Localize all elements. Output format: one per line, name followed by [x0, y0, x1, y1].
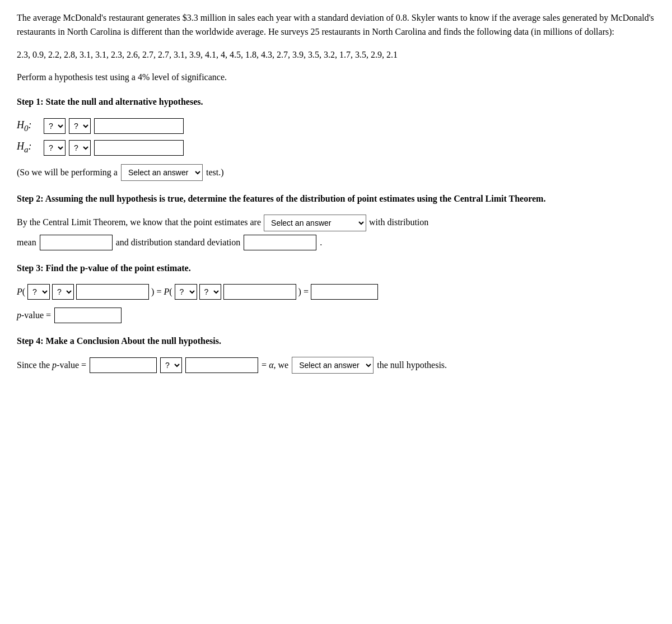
- and-label: and distribution standard deviation: [116, 236, 241, 249]
- so-we-will-suffix: test.): [206, 166, 224, 179]
- pvalue-label: p-value =: [17, 309, 51, 322]
- significance-text: Perform a hypothesis test using a 4% lev…: [17, 71, 655, 84]
- since-label: Since the p-value =: [17, 358, 86, 372]
- step3-heading: Step 3: Find the p-value of the point es…: [17, 262, 655, 275]
- h0-select2[interactable]: ? = ≠ < > ≤ ≥: [69, 118, 91, 134]
- alpha-value-input[interactable]: [185, 357, 258, 373]
- ha-select2[interactable]: ? = ≠ < > ≤ ≥: [69, 140, 91, 156]
- equals-p: =: [156, 285, 161, 299]
- clt-row2: mean and distribution standard deviation…: [17, 235, 655, 250]
- distribution-type-select[interactable]: Select an answer normally distributed no…: [264, 215, 366, 231]
- h0-select1[interactable]: ? μ p σ: [44, 118, 66, 134]
- pvalue-conclusion-input[interactable]: [90, 357, 157, 373]
- pvalue-input[interactable]: [54, 308, 122, 323]
- step2-heading: Step 2: Assuming the null hypothesis is …: [17, 192, 655, 206]
- period: .: [320, 236, 322, 249]
- step1-heading: Step 1: State the null and alternative h…: [17, 95, 655, 109]
- p-close: ): [151, 285, 154, 299]
- clt-row1: By the Central Limit Theorem, we know th…: [17, 215, 655, 231]
- ha-label: Ha:: [17, 139, 40, 156]
- conclusion-select[interactable]: Select an answer reject fail to reject a…: [292, 357, 374, 374]
- p2-open: P(: [164, 285, 172, 299]
- conclusion-suffix: the null hypothesis.: [377, 358, 447, 372]
- h0-value-input[interactable]: [94, 118, 184, 134]
- p2-select2[interactable]: ? = ≠ < > ≤ ≥: [199, 284, 221, 300]
- so-we-will-prefix: (So we will be performing a: [17, 166, 118, 179]
- step4-section: Step 4: Make a Conclusion About the null…: [17, 334, 655, 374]
- p1-select1[interactable]: ? Z X̄ x: [27, 284, 50, 300]
- step3-section: Step 3: Find the p-value of the point es…: [17, 262, 655, 323]
- p2-select1[interactable]: ? Z X̄ x: [175, 284, 197, 300]
- p-open: P(: [17, 285, 25, 299]
- step2-section: Step 2: Assuming the null hypothesis is …: [17, 192, 655, 250]
- step4-heading: Step 4: Make a Conclusion About the null…: [17, 334, 655, 348]
- clt-prefix: By the Central Limit Theorem, we know th…: [17, 215, 261, 231]
- test-type-select[interactable]: Select an answer left-tailed right-taile…: [121, 164, 203, 181]
- equals-result: =: [304, 285, 309, 299]
- p-result-input[interactable]: [311, 284, 378, 300]
- h0-label: H0:: [17, 118, 40, 134]
- p1-select2[interactable]: ? = ≠ < > ≤ ≥: [52, 284, 74, 300]
- distribution-mean-input[interactable]: [40, 235, 113, 250]
- h0-row: H0: ? μ p σ ? = ≠ < > ≤ ≥: [17, 118, 655, 134]
- p2-close: ): [298, 285, 301, 299]
- intro-paragraph: The average McDonald's restaurant genera…: [17, 11, 655, 39]
- so-we-will-row: (So we will be performing a Select an an…: [17, 164, 655, 181]
- ha-select1[interactable]: ? μ p σ: [44, 140, 66, 156]
- ha-row: Ha: ? μ p σ ? = ≠ < > ≤ ≥: [17, 139, 655, 156]
- conclusion-row: Since the p-value = ? < > = = α, we Sele…: [17, 357, 655, 374]
- data-values: 2.3, 0.9, 2.2, 2.8, 3.1, 3.1, 2.3, 2.6, …: [17, 48, 655, 62]
- ha-value-input[interactable]: [94, 140, 184, 156]
- alpha-text: = α, we: [262, 358, 288, 372]
- comparison-select[interactable]: ? < > =: [160, 357, 182, 373]
- p2-value-input[interactable]: [223, 284, 296, 300]
- p1-value-input[interactable]: [76, 284, 149, 300]
- distribution-stddev-input[interactable]: [244, 235, 316, 250]
- mean-label: mean: [17, 236, 36, 249]
- pvalue-equation-row: P( ? Z X̄ x ? = ≠ < > ≤ ≥ ) = P( ? Z X̄ …: [17, 284, 655, 300]
- pvalue-label-row: p-value =: [17, 308, 655, 323]
- intro-section: The average McDonald's restaurant genera…: [17, 11, 655, 84]
- clt-suffix: with distribution: [369, 215, 428, 231]
- step1-section: Step 1: State the null and alternative h…: [17, 95, 655, 180]
